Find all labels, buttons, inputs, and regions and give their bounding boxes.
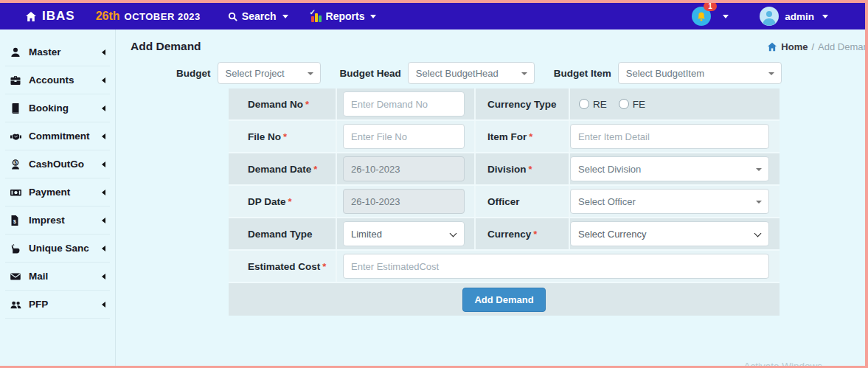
caret-left-icon <box>102 190 105 195</box>
file-no-input[interactable] <box>343 124 465 149</box>
required-asterisk: * <box>305 99 309 110</box>
notifications-button[interactable]: 1 <box>692 7 711 26</box>
chevron-down-icon <box>308 72 313 75</box>
avatar <box>760 7 779 26</box>
app-window: IBAS 26th OCTOBER 2023 Search ✓ Reports <box>0 0 868 368</box>
date-rest: OCTOBER 2023 <box>125 11 201 22</box>
currency-label: Currency <box>487 229 531 240</box>
sidebar-item-pfp[interactable]: PFP <box>5 291 110 319</box>
item-for-input[interactable] <box>570 124 769 149</box>
file-no-label: File No <box>248 131 281 142</box>
form-row-dp-date: DP Date* Officer Select Officer <box>229 186 780 218</box>
user-menu[interactable]: admin <box>760 7 828 26</box>
required-asterisk: * <box>529 131 532 142</box>
required-asterisk: * <box>322 261 326 272</box>
sidebar-item-booking[interactable]: Booking <box>5 94 110 122</box>
sidebar-item-imprest[interactable]: $ Imprest <box>5 206 110 235</box>
activate-windows-watermark: Activate Windows <box>743 361 822 366</box>
sidebar-item-label: PFP <box>29 299 102 310</box>
sidebar-item-master[interactable]: Master <box>5 38 110 66</box>
users-icon <box>10 299 22 310</box>
demand-date-label: Demand Date <box>248 164 311 175</box>
breadcrumb-home-icon <box>767 42 777 52</box>
division-select[interactable]: Select Division <box>570 156 769 181</box>
search-menu[interactable]: Search <box>227 10 288 22</box>
sidebar-item-unique-sanc[interactable]: Unique Sanc <box>5 235 110 263</box>
caret-left-icon <box>102 105 105 111</box>
demand-type-select[interactable]: Limited <box>343 221 465 246</box>
officer-select[interactable]: Select Officer <box>570 189 769 214</box>
sidebar-item-label: Master <box>29 46 102 58</box>
currency-type-fe-radio[interactable]: FE <box>619 99 645 110</box>
estimated-cost-label: Estimated Cost <box>248 261 320 272</box>
currency-select[interactable]: Select Currency <box>570 221 769 246</box>
breadcrumb-home-link[interactable]: Home <box>781 41 808 52</box>
caret-left-icon <box>102 302 105 308</box>
sidebar-item-mail[interactable]: Mail <box>5 263 110 291</box>
budget-item-select[interactable]: Select BudgetItem <box>618 62 782 84</box>
budget-label: Budget <box>176 68 211 79</box>
budget-head-select[interactable]: Select BudgetHead <box>408 62 535 84</box>
brand-text: IBAS <box>42 9 75 24</box>
add-demand-button[interactable]: Add Demand <box>462 288 545 312</box>
demand-type-label: Demand Type <box>248 229 313 240</box>
handshake-icon <box>10 131 22 142</box>
svg-text:$: $ <box>14 159 17 165</box>
search-icon <box>227 11 238 22</box>
form-row-demand-date: Demand Date* Division* Select Division <box>229 153 780 186</box>
caret-left-icon <box>102 218 105 223</box>
main-content: Add Demand Home / Add Demand Budget Sele… <box>116 29 865 366</box>
demand-no-label: Demand No <box>248 99 303 110</box>
budget-item-select-value: Select BudgetItem <box>626 68 704 79</box>
required-asterisk: * <box>288 196 292 207</box>
sidebar-item-accounts[interactable]: Accounts <box>5 66 110 94</box>
budget-head-label: Budget Head <box>340 68 401 79</box>
required-asterisk: * <box>533 229 537 240</box>
radio-label: FE <box>633 99 645 110</box>
home-icon <box>25 11 37 22</box>
chevron-down-icon <box>521 72 527 75</box>
currency-type-re-radio[interactable]: RE <box>579 99 607 110</box>
breadcrumb-separator: / <box>811 41 814 52</box>
estimated-cost-input[interactable] <box>343 254 769 279</box>
caret-left-icon <box>102 77 105 83</box>
form-row-estimated-cost: Estimated Cost* <box>229 251 780 283</box>
officer-label: Officer <box>487 196 520 207</box>
brand-home-link[interactable]: IBAS <box>25 9 75 24</box>
budget-project-select[interactable]: Select Project <box>218 62 321 84</box>
notification-badge: 1 <box>704 1 717 11</box>
reports-menu[interactable]: ✓ Reports <box>310 10 377 22</box>
sidebar: Master Accounts Booking Commitment $ <box>0 29 116 366</box>
svg-text:$: $ <box>13 218 16 224</box>
sidebar-item-cashoutgo[interactable]: $ CashOutGo <box>5 150 110 178</box>
sidebar-item-label: Mail <box>29 271 102 282</box>
reports-chart-icon: ✓ <box>310 11 322 22</box>
radio-circle <box>619 99 629 109</box>
chevron-down-icon <box>754 230 762 237</box>
radio-circle <box>579 99 589 109</box>
sidebar-item-label: Imprest <box>29 215 102 226</box>
add-demand-form: Demand No* Currency Type RE FE File No* … <box>229 88 780 316</box>
reports-label: Reports <box>326 10 365 22</box>
demand-date-input <box>343 156 465 181</box>
radio-label: RE <box>593 99 607 110</box>
cash-out-icon: $ <box>10 159 22 170</box>
currency-select-value: Select Currency <box>578 229 646 240</box>
sidebar-item-label: Commitment <box>29 131 102 142</box>
notifications-caret-icon[interactable] <box>723 15 729 18</box>
chevron-down-icon <box>756 201 762 204</box>
budget-head-select-value: Select BudgetHead <box>416 68 499 79</box>
date-day: 26th <box>96 10 120 23</box>
demand-type-select-value: Limited <box>351 229 382 240</box>
envelope-icon <box>10 271 22 282</box>
sidebar-item-label: Unique Sanc <box>29 243 102 254</box>
dp-date-input <box>343 189 465 214</box>
briefcase-icon <box>10 74 22 86</box>
sidebar-item-payment[interactable]: Payment <box>5 178 110 206</box>
user-label: admin <box>785 11 814 22</box>
division-label: Division <box>487 164 527 175</box>
demand-no-input[interactable] <box>343 91 465 117</box>
currency-type-radio-group: RE FE <box>570 99 645 110</box>
sidebar-item-commitment[interactable]: Commitment <box>5 122 110 150</box>
chevron-down-icon <box>756 168 762 171</box>
